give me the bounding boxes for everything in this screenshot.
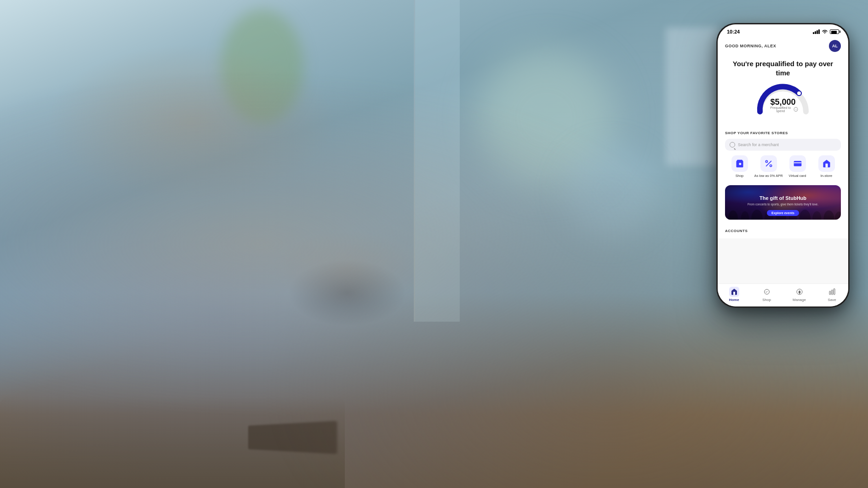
apr-label: As low as 0% APR [754, 174, 782, 178]
save-nav-icon [827, 287, 837, 297]
svg-rect-21 [834, 289, 835, 295]
battery-icon [830, 29, 839, 34]
app-header: GOOD MORNING, ALEX AL [718, 36, 848, 55]
info-icon[interactable]: i [794, 107, 798, 112]
home-icon [729, 287, 739, 297]
category-in-store[interactable]: In-store [812, 155, 841, 178]
wifi-icon [822, 29, 828, 34]
gauge-label-text: Prequalified to spend i [768, 106, 798, 113]
manage-nav-label: Manage [793, 298, 806, 302]
svg-rect-19 [829, 291, 831, 295]
svg-rect-20 [831, 290, 833, 295]
nav-item-save[interactable]: Save [816, 287, 848, 302]
greeting-text: GOOD MORNING, ALEX [725, 44, 776, 48]
virtual-card-label: Virtual card [789, 174, 806, 178]
gauge-value: $5,000 [768, 98, 798, 106]
status-icons [813, 29, 839, 34]
phone-screen: 10:24 [718, 24, 848, 306]
virtual-card-icon [789, 155, 806, 172]
phone-wrapper: 10:24 [716, 23, 850, 308]
nav-item-shop[interactable]: Shop [750, 287, 783, 302]
avatar[interactable]: AL [829, 40, 841, 52]
hero-section: You're prequalified to pay over time $5,… [718, 55, 848, 124]
explore-events-button[interactable]: Explore events [767, 210, 799, 216]
status-bar: 10:24 [718, 24, 848, 36]
svg-point-0 [797, 91, 801, 96]
apr-icon [760, 155, 777, 172]
accounts-title: ACCOUNTS [725, 229, 841, 233]
accounts-section: ACCOUNTS [718, 225, 848, 238]
gauge-amount: $5,000 Prequalified to spend i [768, 98, 798, 113]
nav-item-home[interactable]: Home [718, 287, 750, 302]
promo-title: The gift of StubHub [725, 195, 841, 201]
shop-nav-icon [762, 287, 772, 297]
manage-nav-icon: $ [794, 287, 805, 297]
shop-nav-label: Shop [762, 298, 771, 302]
merchant-search-bar[interactable]: Search for a merchant [725, 139, 841, 151]
svg-line-1 [766, 161, 771, 166]
in-store-label: In-store [821, 174, 832, 178]
in-store-icon [818, 155, 835, 172]
promo-banner[interactable]: The gift of StubHub From concerts to spo… [725, 185, 841, 220]
bottom-nav: Home Shop $ [718, 284, 848, 306]
shop-icon [731, 155, 748, 172]
categories-row: Shop As low as 0% APR [725, 155, 841, 178]
category-apr[interactable]: As low as 0% APR [754, 155, 783, 178]
shop-label: Shop [736, 174, 744, 178]
home-nav-label: Home [729, 298, 739, 302]
status-time: 10:24 [727, 29, 740, 34]
svg-text:$: $ [799, 290, 800, 294]
nav-item-manage[interactable]: $ Manage [783, 287, 816, 302]
category-virtual-card[interactable]: Virtual card [783, 155, 812, 178]
category-shop[interactable]: Shop [725, 155, 754, 178]
promo-subtitle: From concerts to sports, give them ticke… [725, 203, 841, 206]
promo-content: The gift of StubHub From concerts to spo… [725, 195, 841, 216]
save-nav-label: Save [828, 298, 836, 302]
search-placeholder-text: Search for a merchant [738, 142, 779, 147]
svg-point-2 [765, 160, 767, 162]
hero-title: You're prequalified to pay over time [725, 59, 841, 77]
shop-section: SHOP YOUR FAVORITE STORES Search for a m… [718, 126, 848, 182]
svg-point-3 [770, 165, 771, 167]
avatar-initials: AL [832, 44, 838, 48]
phone-frame: 10:24 [716, 23, 850, 308]
signal-bars-icon [813, 29, 820, 34]
search-icon [730, 142, 735, 148]
svg-rect-4 [794, 161, 801, 166]
shop-section-title: SHOP YOUR FAVORITE STORES [725, 131, 841, 135]
gauge-container: $5,000 Prequalified to spend i [753, 82, 813, 116]
